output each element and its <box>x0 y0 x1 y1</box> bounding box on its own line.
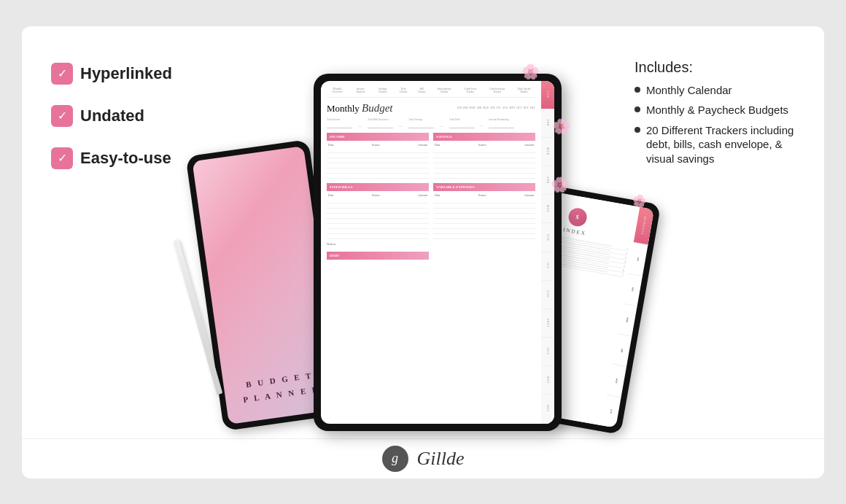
bills-row-4 <box>327 214 429 219</box>
sections-row: INCOME Date Source Amount <box>327 133 535 179</box>
income-row-2 <box>327 153 429 158</box>
summary-remaining: Amount Remaining <box>489 118 514 128</box>
income-row-6 <box>327 174 429 179</box>
tablet-main-screen: Monthly Overview Income Trackers Savings… <box>321 81 554 424</box>
summary-dash-2: — <box>399 118 403 128</box>
variable-row-5 <box>433 219 535 224</box>
variable-col-source: Source <box>478 193 486 197</box>
variable-row-4 <box>433 214 535 219</box>
month-sept: SEPT <box>509 106 515 109</box>
planner-title: Monthly Budget <box>327 102 393 115</box>
month-tab-aug[interactable]: AUG <box>541 281 554 309</box>
flower-decoration-right: 🌸 <box>631 193 648 209</box>
includes-title: Includes: <box>634 59 795 76</box>
checkmark-hyperlinked: ✓ <box>51 63 73 85</box>
month-may: MAY <box>483 106 489 109</box>
month-apr: APR <box>477 106 482 109</box>
bills-row-6 <box>327 224 429 229</box>
brand-name: Gillde <box>417 448 465 470</box>
section-variable-expenses: VARIABLE EXPENSES Date Source Amount <box>433 183 535 239</box>
variable-row-3 <box>433 209 535 214</box>
bullet-dot-2 <box>634 106 640 112</box>
income-row-3 <box>327 158 429 163</box>
month-jul: JUL <box>497 106 501 109</box>
month-tab-nov[interactable]: NOV <box>541 366 554 395</box>
bullet-trackers: 20 Different Trackers including debt, bi… <box>634 123 795 166</box>
savings-row-1 <box>433 148 535 153</box>
savings-row-2 <box>433 153 535 158</box>
right-panel: Includes: Monthly Calendar Monthly & Pay… <box>634 48 795 431</box>
bills-row-8 <box>327 234 429 239</box>
planner-nav: Monthly Overview Income Trackers Savings… <box>327 87 535 98</box>
section-debt-header: DEBT <box>327 252 429 260</box>
section-income-header: INCOME <box>327 133 429 141</box>
section-income: INCOME Date Source Amount <box>327 133 429 179</box>
budget-planner-text: B U D G E TP L A N N E R <box>240 368 321 407</box>
month-mar: MAR <box>470 106 476 109</box>
month-tab-oct[interactable]: OCT <box>541 338 554 366</box>
variable-row-8 <box>433 234 535 239</box>
bills-row-7 <box>327 229 429 234</box>
footer: g Gillde <box>22 438 824 478</box>
variable-row-1 <box>433 198 535 203</box>
section-fixed-bills: FIXED BILLS Date Source Amount <box>327 183 429 239</box>
nav-cash: Cash Envelope Tracker <box>485 87 510 94</box>
center-panel: B U D G E TP L A N N E R 🌸 🌸 🌸 Monthly O… <box>212 48 620 431</box>
summary-savings-label: Total Savings <box>408 118 434 121</box>
savings-row-4 <box>433 163 535 168</box>
nav-credit: Credit Score Tracker <box>459 87 481 94</box>
month-tab-jan[interactable]: JAN <box>541 81 554 109</box>
summary-remaining-label: Amount Remaining <box>489 118 514 121</box>
nav-subscriptions: Subscriptions Tracker <box>432 87 457 94</box>
checkmark-easy-to-use: ✓ <box>51 147 73 169</box>
variable-col-date: Date <box>435 193 441 197</box>
bills-col-date: Date <box>328 193 334 197</box>
section-debt: DEBT <box>327 249 429 260</box>
feature-hyperlinked: ✓ Hyperlinked <box>51 63 197 85</box>
month-jan: JAN <box>457 106 462 109</box>
income-col-source: Source <box>372 143 380 147</box>
variable-col-amount: Amount <box>524 193 534 197</box>
savings-col-amount: Amount <box>524 143 534 147</box>
month-tab-may[interactable]: MAY <box>541 195 554 223</box>
savings-row-3 <box>433 158 535 163</box>
bills-row-3 <box>327 209 429 214</box>
bills-row-1 <box>327 198 429 203</box>
summary-savings-value <box>408 123 434 128</box>
section-savings-col-headers: Date Source Amount <box>433 143 535 147</box>
income-col-date: Date <box>328 143 334 147</box>
income-row-5 <box>327 168 429 174</box>
feature-label-hyperlinked: Hyperlinked <box>80 64 172 83</box>
section-savings: SAVINGS Date Source Amount <box>433 133 535 179</box>
savings-col-source: Source <box>478 143 486 147</box>
flower-decoration-1: 🌸 <box>521 63 540 80</box>
summary-debt-label: Total Debt <box>449 118 475 121</box>
variable-row-6 <box>433 224 535 229</box>
month-aug: AUG <box>502 106 508 109</box>
summary-dash-3: — <box>440 118 443 128</box>
month-nov: NOV <box>523 106 529 109</box>
bullet-text-3: 20 Different Trackers including debt, bi… <box>646 123 795 166</box>
flower-decoration-2: 🌸 <box>552 117 570 135</box>
income-col-amount: Amount <box>418 143 427 147</box>
planner-title-row: Monthly Budget JAN FEB MAR APR MAY JUN J… <box>327 102 535 115</box>
feature-undated: ✓ Undated <box>51 105 197 127</box>
section-variable-header: VARIABLE EXPENSES <box>433 183 535 191</box>
bullet-monthly-calendar: Monthly Calendar <box>634 83 795 98</box>
bills-col-source: Source <box>372 193 380 197</box>
nav-daily: Daily Spend Tracker <box>513 87 535 94</box>
sections-row-2: FIXED BILLS Date Source Amount <box>327 183 535 239</box>
income-row-1 <box>327 148 429 153</box>
nav-monthly-overview: Monthly Overview <box>327 87 348 94</box>
variable-row-2 <box>433 203 535 209</box>
summary-bills: Total Bills/Expenses <box>368 118 393 128</box>
section-variable-col-headers: Date Source Amount <box>433 193 535 197</box>
month-tab-sept[interactable]: SEPT <box>541 309 554 338</box>
summary-equals: = <box>481 118 483 128</box>
summary-bills-label: Total Bills/Expenses <box>368 118 393 121</box>
month-tab-mar[interactable]: MAR <box>541 138 554 166</box>
month-tab-dec[interactable]: DEC <box>541 395 554 423</box>
month-tab-jun[interactable]: JUN <box>541 223 554 252</box>
month-tabs-row: JAN FEB MAR APR MAY JUN JUL AUG SEPT OCT <box>457 106 535 109</box>
month-tab-jul[interactable]: JUL <box>541 252 554 281</box>
